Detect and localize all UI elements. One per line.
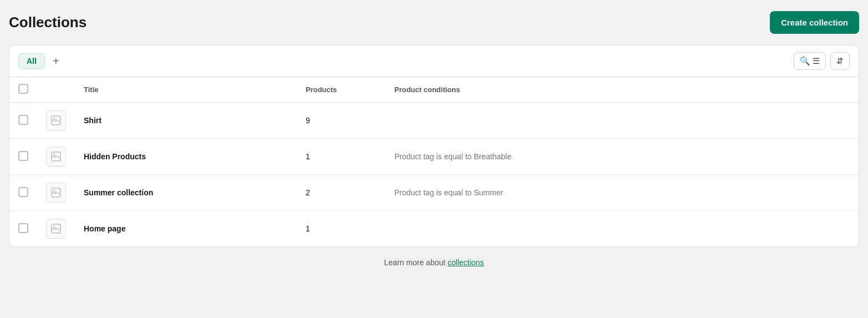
header-thumb	[37, 77, 75, 103]
row-conditions: Product tag is equal to Summer	[394, 188, 503, 197]
row-checkbox-cell	[9, 175, 37, 211]
search-filter-icon-button[interactable]: 🔍 ☰	[794, 52, 826, 70]
all-filter-button[interactable]: All	[18, 53, 45, 69]
footer: Learn more about collections	[9, 258, 859, 267]
row-thumbnail	[46, 219, 66, 239]
row-title-cell: Hidden Products	[75, 139, 297, 175]
row-title-cell: Shirt	[75, 103, 297, 139]
table-row[interactable]: Home page 1	[9, 211, 859, 247]
row-thumbnail	[46, 147, 66, 166]
header-check	[9, 77, 37, 103]
row-thumbnail	[46, 183, 66, 203]
row-title: Shirt	[84, 116, 101, 125]
row-thumbnail-cell	[37, 175, 75, 211]
row-products-cell: 1	[297, 139, 385, 175]
row-products: 2	[306, 188, 310, 197]
row-products: 1	[306, 152, 310, 161]
row-checkbox[interactable]	[18, 223, 28, 233]
row-checkbox[interactable]	[18, 115, 28, 125]
row-products-cell: 2	[297, 175, 385, 211]
row-title-cell: Summer collection	[75, 175, 297, 211]
row-checkbox-cell	[9, 211, 37, 247]
row-conditions-cell	[385, 211, 859, 247]
row-products: 9	[306, 116, 310, 125]
row-title-cell: Home page	[75, 211, 297, 247]
collections-link[interactable]: collections	[448, 258, 484, 267]
page-header: Collections Create collection	[9, 9, 859, 36]
table-body: Shirt 9 Hidd	[9, 103, 859, 247]
row-checkbox[interactable]	[18, 151, 28, 161]
row-products: 1	[306, 224, 310, 233]
page-title: Collections	[9, 14, 87, 31]
row-conditions-cell	[385, 103, 859, 139]
row-title: Summer collection	[84, 188, 153, 197]
row-title: Hidden Products	[84, 152, 146, 161]
row-thumbnail-cell	[37, 103, 75, 139]
toolbar-right: 🔍 ☰ ⇵	[794, 52, 850, 70]
toolbar-left: All +	[18, 53, 63, 69]
row-thumbnail	[46, 110, 66, 130]
collections-table: Title Products Product conditions	[9, 77, 859, 246]
row-checkbox-cell	[9, 103, 37, 139]
sort-button[interactable]: ⇵	[830, 52, 850, 70]
row-thumbnail-cell	[37, 211, 75, 247]
search-icon: 🔍	[800, 56, 810, 66]
table-row[interactable]: Shirt 9	[9, 103, 859, 139]
row-conditions: Product tag is equal to Breathable	[394, 152, 511, 161]
table-row[interactable]: Summer collection 2 Product tag is equal…	[9, 175, 859, 211]
row-products-cell: 9	[297, 103, 385, 139]
row-conditions-cell: Product tag is equal to Breathable	[385, 139, 859, 175]
create-collection-button[interactable]: Create collection	[770, 11, 859, 34]
filter-icon: ☰	[813, 56, 820, 66]
row-checkbox[interactable]	[18, 187, 28, 197]
row-thumbnail-cell	[37, 139, 75, 175]
row-conditions-cell: Product tag is equal to Summer	[385, 175, 859, 211]
header-title: Title	[75, 77, 297, 103]
header-products: Products	[297, 77, 385, 103]
footer-text: Learn more about	[384, 258, 448, 267]
collections-card: All + 🔍 ☰ ⇵ Title Prod	[9, 45, 859, 247]
row-products-cell: 1	[297, 211, 385, 247]
sort-icon: ⇵	[836, 56, 844, 66]
add-filter-button[interactable]: +	[49, 54, 63, 68]
table-row[interactable]: Hidden Products 1 Product tag is equal t…	[9, 139, 859, 175]
toolbar: All + 🔍 ☰ ⇵	[9, 46, 859, 77]
table-header: Title Products Product conditions	[9, 77, 859, 103]
header-conditions: Product conditions	[385, 77, 859, 103]
select-all-checkbox[interactable]	[18, 84, 28, 94]
row-title: Home page	[84, 224, 125, 233]
row-checkbox-cell	[9, 139, 37, 175]
